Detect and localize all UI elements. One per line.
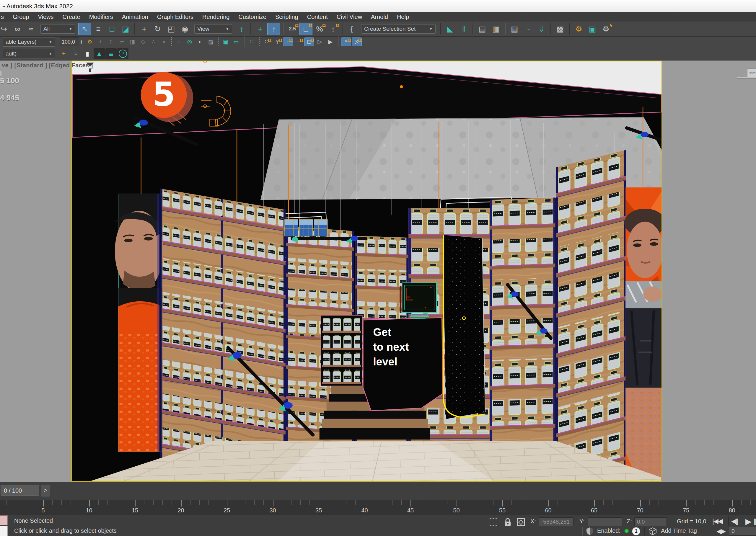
slider-snap-icon[interactable]: ⊟Ω	[304, 38, 314, 46]
menu-item-graph-editors[interactable]: Graph Editors	[153, 12, 198, 21]
menu-item-help[interactable]: Help	[393, 12, 413, 21]
y-coordinate-field[interactable]	[588, 518, 622, 526]
menu-item-modifiers[interactable]: Modifiers	[85, 12, 118, 21]
x-coordinate-field[interactable]: -58348,281	[539, 518, 573, 526]
menu-item-content[interactable]: Content	[303, 12, 332, 21]
menu-item-tools-partial[interactable]: s	[0, 12, 8, 21]
viewport-canvas[interactable]: 5	[71, 60, 662, 482]
timeline-ruler[interactable]: 5101520253035404550556065707580	[0, 500, 756, 516]
snaps-toggle-icon[interactable]: 2.5Ω	[286, 23, 299, 35]
transform-typein-spinner[interactable]: 100,0▲▼	[60, 38, 83, 46]
keyboard-shortcut-override-icon[interactable]: ↑	[267, 23, 280, 35]
plus-snap-icon[interactable]: +Ω	[283, 38, 293, 46]
grid-align-icon[interactable]: ▣	[221, 38, 231, 46]
time-slider[interactable]: 0 / 100	[1, 485, 39, 496]
previous-frame-button[interactable]: ◀||	[731, 518, 738, 525]
select-by-name-icon[interactable]: ≡	[92, 23, 105, 35]
select-and-scale-icon[interactable]: ◰	[165, 23, 178, 35]
edit-named-selection-sets-icon[interactable]: {	[345, 23, 358, 35]
clone-layer-icon[interactable]: ▱	[117, 38, 127, 46]
count-badge[interactable]: 1	[632, 527, 640, 535]
selection-lock-icon[interactable]	[504, 518, 511, 526]
layer-stack-icon[interactable]: ≈	[70, 48, 81, 59]
grid-points-snap-icon[interactable]: ∷Ω	[262, 38, 272, 46]
window-crossing-icon[interactable]: ◪	[119, 23, 132, 35]
menu-item-views[interactable]: Views	[34, 12, 58, 21]
select-and-move-icon[interactable]: +	[138, 23, 151, 35]
arrow-solid-icon[interactable]: ▶	[326, 38, 335, 46]
delete-layer-icon[interactable]: ▯	[106, 38, 116, 46]
maxscript-mini-listener-pink[interactable]	[0, 515, 8, 525]
maxscript-mini-listener-white[interactable]	[0, 526, 8, 536]
add-selection-to-layer-icon[interactable]: +	[58, 48, 69, 59]
layer-list-dropdown[interactable]: able Layers)▼	[3, 37, 55, 47]
set-current-layer-icon[interactable]: ∴	[149, 38, 158, 46]
menu-item-rendering[interactable]: Rendering	[198, 12, 234, 21]
menu-item-arnold[interactable]: Arnold	[366, 12, 393, 21]
menu-item-customize[interactable]: Customize	[234, 12, 270, 21]
mirror-icon[interactable]: ◣	[444, 23, 457, 35]
pivot-tool-icon[interactable]: ○	[174, 38, 184, 46]
menu-item-create[interactable]: Create	[58, 12, 85, 21]
notes-document-icon[interactable]: ≣	[105, 48, 117, 59]
viewport-filter-icon[interactable]	[86, 63, 94, 67]
select-and-link-icon[interactable]: ∞	[11, 23, 24, 35]
percent-snap-icon[interactable]: %Ω	[313, 23, 326, 35]
angle-snap-icon[interactable]: ∟Ω	[299, 23, 312, 35]
menu-item-group[interactable]: Group	[8, 12, 34, 21]
pivot-snap-icon[interactable]: YΩ	[272, 38, 282, 46]
schematic-view-icon[interactable]: ⇓	[535, 23, 548, 35]
menu-item-scripting[interactable]: Scripting	[271, 12, 303, 21]
scene-explorer-icon[interactable]: ▤	[476, 23, 489, 35]
layer-explorer-icon[interactable]: ▥	[489, 23, 502, 35]
reference-coordinate-dropdown[interactable]: View▼	[194, 24, 232, 34]
paint-object-icon[interactable]: ◐	[195, 38, 205, 46]
select-object-icon[interactable]: ↖	[78, 23, 91, 35]
add-to-layer-icon[interactable]: ◨	[127, 38, 137, 46]
select-and-rotate-icon[interactable]: ↻	[151, 23, 164, 35]
select-layer-objects-icon[interactable]: ◇	[138, 38, 148, 46]
working-pivot-icon[interactable]: ◎	[185, 38, 194, 46]
edge-snap-icon[interactable]: −Ω	[293, 38, 304, 46]
viewport-label[interactable]: ve ] [Standard ] [Edged Faces ]	[2, 62, 93, 69]
vegetation-icon[interactable]: ▲	[94, 48, 105, 59]
add-time-tag[interactable]: Add Time Tag	[661, 527, 697, 534]
play-button[interactable]: ▶	[745, 517, 751, 526]
current-frame-field[interactable]: 0	[729, 527, 756, 536]
ribbon-toggle-icon[interactable]: ▦	[508, 23, 521, 35]
goto-start-button[interactable]: |◀◀	[712, 518, 722, 525]
layer-manager-icon[interactable]: ⚙	[85, 38, 95, 46]
select-and-manipulate-icon[interactable]: +	[254, 23, 267, 35]
uvw-tool-icon[interactable]: ▨	[206, 38, 216, 46]
merge-layers-icon[interactable]: ×	[159, 38, 169, 46]
use-pivot-center-icon[interactable]: ↕	[235, 23, 248, 35]
rendered-frame-window-icon[interactable]: ▣	[586, 23, 599, 35]
menu-item-civil-view[interactable]: Civil View	[332, 12, 366, 21]
render-setup-icon[interactable]: ⚙	[572, 23, 585, 35]
select-and-place-icon[interactable]: ◉	[178, 23, 191, 35]
default-layer-dropdown[interactable]: ault)▼	[3, 49, 55, 58]
render-production-icon[interactable]: ⚙ϟ	[600, 23, 612, 35]
help-icon[interactable]: ?	[117, 48, 128, 59]
time-tag-cube-icon[interactable]	[648, 527, 657, 535]
next-key-button[interactable]: >	[41, 485, 50, 496]
arrow-outline-icon[interactable]: ▷	[315, 38, 325, 46]
absolute-mode-icon[interactable]	[517, 518, 525, 526]
next-frame-button[interactable]: ||	[754, 518, 756, 525]
blank-swatch-icon[interactable]: ▮	[82, 48, 93, 59]
selection-filter-dropdown[interactable]: All▼	[41, 24, 75, 34]
bind-to-space-warp-icon[interactable]: ≈	[24, 23, 38, 35]
circle-array-icon[interactable]: ∷	[247, 38, 257, 46]
z-coordinate-field[interactable]: 0,0	[634, 518, 667, 526]
material-editor-icon[interactable]: ▩	[554, 23, 567, 35]
isolate-selection-icon[interactable]	[490, 518, 497, 526]
redo-icon[interactable]: ↪	[0, 23, 10, 35]
curve-editor-icon[interactable]: ~	[522, 23, 534, 35]
xref-snap-icon[interactable]: XΩ	[352, 38, 362, 46]
align-icon[interactable]: ‖	[457, 23, 470, 35]
selection-region-icon[interactable]: □	[105, 23, 119, 35]
shield-icon[interactable]	[586, 527, 594, 535]
key-mode-toggle[interactable]: ◀▶	[716, 527, 725, 535]
freeze-snap-icon[interactable]: *Ω	[341, 38, 351, 46]
named-selection-set-dropdown[interactable]: Create Selection Set▼	[361, 24, 435, 34]
